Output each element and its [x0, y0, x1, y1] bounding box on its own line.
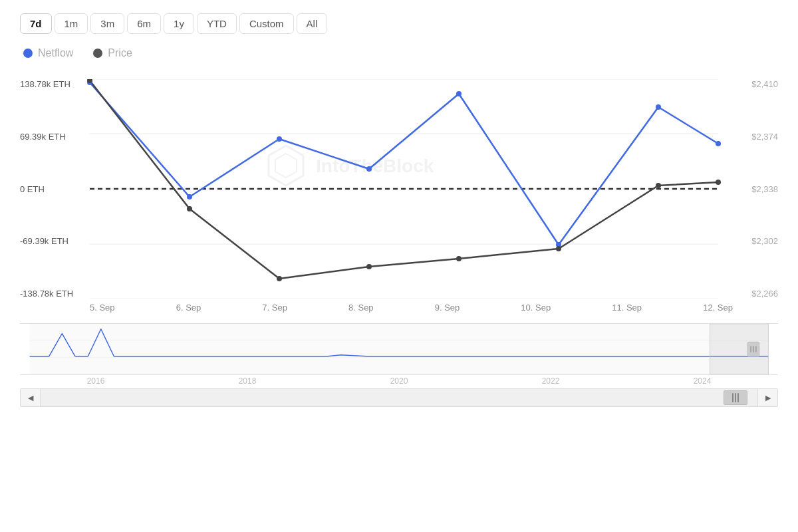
- btn-custom[interactable]: Custom: [239, 13, 294, 34]
- btn-6m[interactable]: 6m: [127, 13, 161, 34]
- thumb-line-2: [735, 393, 736, 402]
- svg-point-10: [187, 194, 192, 200]
- svg-point-11: [277, 136, 282, 142]
- svg-point-20: [366, 264, 372, 269]
- mini-chart-container: 2016 2018 2020 2022 2024 ◀ ▶: [20, 323, 778, 407]
- chart-container: 138.78k ETH 69.39k ETH 0 ETH -69.39k ETH…: [20, 79, 778, 318]
- svg-point-15: [656, 104, 661, 110]
- mini-year-labels: 2016 2018 2020 2022 2024: [20, 375, 778, 386]
- y-left-2: 0 ETH: [20, 184, 73, 194]
- x-label-2: 7. Sep: [262, 303, 287, 313]
- btn-1m[interactable]: 1m: [55, 13, 88, 34]
- y-right-1: $2,374: [751, 132, 778, 142]
- svg-point-18: [187, 206, 192, 211]
- svg-text:IntoTheBlock: IntoTheBlock: [316, 156, 434, 176]
- y-axis-left: 138.78k ETH 69.39k ETH 0 ETH -69.39k ETH…: [20, 79, 73, 299]
- netflow-dot: [23, 49, 33, 58]
- y-left-1: 69.39k ETH: [20, 132, 73, 142]
- svg-point-19: [277, 276, 282, 281]
- x-label-5: 10. Sep: [521, 303, 551, 313]
- scroll-track[interactable]: [41, 388, 757, 407]
- btn-7d[interactable]: 7d: [20, 13, 52, 34]
- x-label-6: 11. Sep: [612, 303, 642, 313]
- svg-rect-25: [30, 324, 769, 374]
- x-label-1: 6. Sep: [176, 303, 201, 313]
- y-right-0: $2,410: [751, 79, 778, 89]
- year-2022: 2022: [542, 376, 560, 386]
- svg-point-24: [716, 180, 721, 185]
- svg-point-12: [366, 166, 372, 172]
- scrollbar[interactable]: ◀ ▶: [20, 388, 778, 407]
- x-label-7: 12. Sep: [703, 303, 733, 313]
- price-dot: [93, 49, 102, 58]
- btn-all[interactable]: All: [297, 13, 328, 34]
- x-label-3: 8. Sep: [348, 303, 374, 313]
- year-2020: 2020: [390, 376, 408, 386]
- x-label-4: 9. Sep: [435, 303, 460, 313]
- svg-marker-7: [275, 154, 297, 178]
- svg-point-23: [656, 183, 661, 188]
- y-right-2: $2,338: [751, 184, 778, 194]
- y-right-3: $2,302: [751, 236, 778, 246]
- svg-rect-28: [710, 324, 769, 374]
- btn-3m[interactable]: 3m: [90, 13, 124, 34]
- x-label-0: 5. Sep: [90, 303, 115, 313]
- svg-point-16: [716, 141, 721, 146]
- svg-point-21: [456, 256, 462, 261]
- chart-legend: Netflow Price: [20, 47, 778, 59]
- svg-point-13: [456, 91, 462, 96]
- mini-chart-svg: [20, 323, 778, 375]
- price-label: Price: [108, 47, 132, 59]
- y-axis-right: $2,410 $2,374 $2,338 $2,302 $2,266: [751, 79, 778, 299]
- year-2018: 2018: [239, 376, 257, 386]
- main-container: 7d 1m 3m 6m 1y YTD Custom All Netflow Pr…: [0, 0, 798, 532]
- y-right-4: $2,266: [751, 289, 778, 299]
- scroll-thumb[interactable]: [724, 390, 747, 405]
- thumb-line-1: [732, 393, 733, 402]
- legend-netflow: Netflow: [23, 47, 73, 59]
- time-range-selector: 7d 1m 3m 6m 1y YTD Custom All: [20, 13, 778, 34]
- btn-ytd[interactable]: YTD: [197, 13, 237, 34]
- y-left-0: 138.78k ETH: [20, 79, 73, 89]
- netflow-label: Netflow: [38, 47, 73, 59]
- main-chart-svg: IntoTheBlock: [20, 79, 778, 299]
- svg-point-22: [556, 246, 561, 251]
- thumb-line-3: [737, 393, 739, 402]
- x-axis: 5. Sep 6. Sep 7. Sep 8. Sep 9. Sep 10. S…: [20, 299, 778, 318]
- year-2016: 2016: [87, 376, 105, 386]
- legend-price: Price: [93, 47, 132, 59]
- svg-marker-6: [269, 146, 303, 186]
- btn-1y[interactable]: 1y: [164, 13, 194, 34]
- year-2024: 2024: [694, 376, 712, 386]
- y-left-3: -69.39k ETH: [20, 236, 73, 246]
- scroll-left-btn[interactable]: ◀: [21, 388, 41, 407]
- scroll-right-btn[interactable]: ▶: [757, 388, 777, 407]
- y-left-4: -138.78k ETH: [20, 289, 73, 299]
